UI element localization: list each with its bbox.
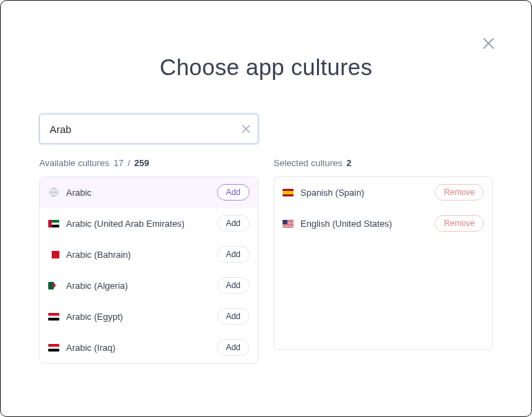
list-item: ArabicAdd: [40, 177, 258, 208]
list-item: Arabic (Iraq)Add: [40, 332, 258, 363]
globe-icon: [48, 187, 59, 198]
culture-label: Arabic: [66, 187, 210, 198]
list-item: Arabic (Algeria)Add: [40, 270, 258, 301]
flag-icon: [283, 220, 294, 227]
remove-button[interactable]: Remove: [435, 215, 484, 232]
flag-icon: [48, 251, 59, 258]
culture-label: Arabic (Egypt): [66, 312, 210, 322]
search-input[interactable]: [39, 114, 258, 144]
available-column: Available cultures 17 / 259 ArabicAddAra…: [39, 158, 258, 364]
count-separator: /: [127, 158, 130, 168]
selected-count: 2: [347, 158, 351, 168]
culture-label: Arabic (Bahrain): [66, 250, 210, 260]
add-button[interactable]: Add: [217, 215, 249, 232]
add-button[interactable]: Add: [217, 339, 249, 356]
list-item: Arabic (Egypt)Add: [40, 301, 258, 332]
close-button[interactable]: [479, 34, 498, 53]
list-item: Arabic (United Arab Emirates)Add: [40, 208, 258, 239]
clear-search-button[interactable]: [241, 123, 252, 134]
flag-icon: [48, 220, 59, 227]
flag-icon: [48, 344, 59, 352]
culture-label: Arabic (United Arab Emirates): [66, 218, 210, 229]
culture-label: Arabic (Iraq): [66, 343, 210, 353]
list-item: Arabic (Bahrain)Add: [40, 239, 258, 270]
selected-column: Selected cultures 2 Spanish (Spain)Remov…: [274, 158, 493, 364]
culture-label: English (United States): [300, 218, 428, 229]
flag-icon: [283, 189, 294, 196]
search-field-wrap: [39, 114, 258, 144]
close-icon: [481, 36, 496, 51]
flag-icon: [48, 313, 59, 321]
available-filtered-count: 17: [114, 158, 123, 168]
list-item: Spanish (Spain)Remove: [274, 177, 492, 208]
available-header: Available cultures 17 / 259: [39, 158, 258, 168]
dialog-title: Choose app cultures: [39, 54, 493, 81]
flag-icon: [48, 282, 59, 289]
add-button[interactable]: Add: [217, 184, 249, 201]
available-header-label: Available cultures: [39, 158, 110, 168]
remove-button[interactable]: Remove: [435, 184, 484, 201]
available-total-count: 259: [134, 158, 150, 168]
add-button[interactable]: Add: [217, 308, 249, 325]
add-button[interactable]: Add: [217, 277, 249, 294]
add-button[interactable]: Add: [217, 246, 249, 263]
list-item: English (United States)Remove: [274, 208, 492, 239]
columns: Available cultures 17 / 259 ArabicAddAra…: [39, 158, 493, 364]
culture-label: Spanish (Spain): [300, 187, 428, 198]
selected-header-label: Selected cultures: [274, 158, 342, 168]
culture-label: Arabic (Algeria): [66, 281, 210, 291]
selected-header: Selected cultures 2: [274, 158, 493, 168]
choose-cultures-dialog: Choose app cultures Available cultures 1…: [0, 0, 532, 417]
close-icon: [241, 123, 252, 134]
selected-list: Spanish (Spain)RemoveEnglish (United Sta…: [274, 176, 493, 350]
available-list: ArabicAddArabic (United Arab Emirates)Ad…: [39, 176, 258, 364]
